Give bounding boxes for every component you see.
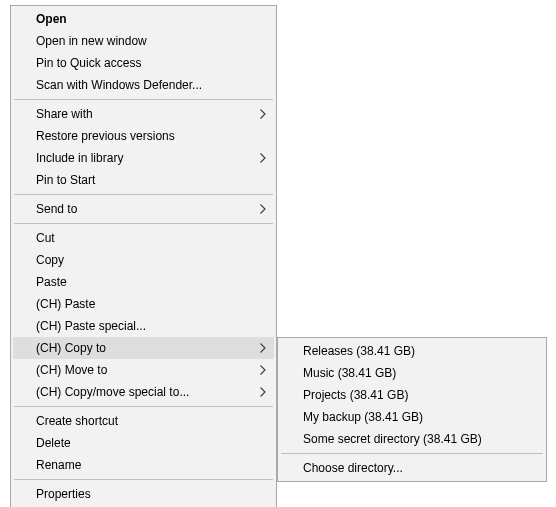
menu-label: (CH) Paste — [36, 297, 266, 311]
menu-label: (CH) Copy/move special to... — [36, 385, 266, 399]
menu-item-ch-copy-move-special[interactable]: (CH) Copy/move special to... — [13, 381, 274, 403]
menu-label: Send to — [36, 202, 266, 216]
menu-label: Copy — [36, 253, 266, 267]
menu-label: (CH) Copy to — [36, 341, 266, 355]
menu-label: Projects (38.41 GB) — [303, 388, 536, 402]
menu-item-scan-defender[interactable]: Scan with Windows Defender... — [13, 74, 274, 96]
menu-item-pin-start[interactable]: Pin to Start — [13, 169, 274, 191]
menu-label: Music (38.41 GB) — [303, 366, 536, 380]
menu-label: Create shortcut — [36, 414, 266, 428]
submenu-arrow-icon — [260, 343, 266, 353]
context-menu: Open Open in new window Pin to Quick acc… — [10, 5, 277, 507]
menu-item-restore-previous[interactable]: Restore previous versions — [13, 125, 274, 147]
menu-item-open-new-window[interactable]: Open in new window — [13, 30, 274, 52]
separator — [14, 223, 273, 224]
menu-label: Rename — [36, 458, 266, 472]
menu-label: Properties — [36, 487, 266, 501]
menu-item-open[interactable]: Open — [13, 8, 274, 30]
menu-item-rename[interactable]: Rename — [13, 454, 274, 476]
separator — [14, 479, 273, 480]
menu-item-ch-paste[interactable]: (CH) Paste — [13, 293, 274, 315]
submenu-item-my-backup[interactable]: My backup (38.41 GB) — [280, 406, 544, 428]
menu-label: Open — [36, 12, 266, 26]
menu-label: Delete — [36, 436, 266, 450]
menu-item-share-with[interactable]: Share with — [13, 103, 274, 125]
menu-item-send-to[interactable]: Send to — [13, 198, 274, 220]
submenu-arrow-icon — [260, 387, 266, 397]
submenu-item-music[interactable]: Music (38.41 GB) — [280, 362, 544, 384]
menu-label: Cut — [36, 231, 266, 245]
submenu-arrow-icon — [260, 204, 266, 214]
submenu-item-choose-directory[interactable]: Choose directory... — [280, 457, 544, 479]
submenu-item-secret-directory[interactable]: Some secret directory (38.41 GB) — [280, 428, 544, 450]
menu-label: Share with — [36, 107, 266, 121]
submenu-arrow-icon — [260, 365, 266, 375]
menu-item-pin-quick-access[interactable]: Pin to Quick access — [13, 52, 274, 74]
submenu-copy-to: Releases (38.41 GB) Music (38.41 GB) Pro… — [277, 337, 547, 482]
menu-label: (CH) Paste special... — [36, 319, 266, 333]
separator — [14, 194, 273, 195]
menu-label: My backup (38.41 GB) — [303, 410, 536, 424]
menu-label: Pin to Start — [36, 173, 266, 187]
menu-item-include-library[interactable]: Include in library — [13, 147, 274, 169]
menu-item-ch-move-to[interactable]: (CH) Move to — [13, 359, 274, 381]
menu-item-cut[interactable]: Cut — [13, 227, 274, 249]
menu-label: Choose directory... — [303, 461, 536, 475]
menu-label: Paste — [36, 275, 266, 289]
submenu-arrow-icon — [260, 109, 266, 119]
menu-item-properties[interactable]: Properties — [13, 483, 274, 505]
separator — [14, 99, 273, 100]
submenu-item-projects[interactable]: Projects (38.41 GB) — [280, 384, 544, 406]
menu-item-ch-paste-special[interactable]: (CH) Paste special... — [13, 315, 274, 337]
submenu-arrow-icon — [260, 153, 266, 163]
menu-label: Scan with Windows Defender... — [36, 78, 266, 92]
menu-item-create-shortcut[interactable]: Create shortcut — [13, 410, 274, 432]
menu-label: Include in library — [36, 151, 266, 165]
menu-item-paste[interactable]: Paste — [13, 271, 274, 293]
menu-label: Open in new window — [36, 34, 266, 48]
separator — [14, 406, 273, 407]
separator — [281, 453, 543, 454]
menu-label: Pin to Quick access — [36, 56, 266, 70]
menu-label: Some secret directory (38.41 GB) — [303, 432, 536, 446]
submenu-item-releases[interactable]: Releases (38.41 GB) — [280, 340, 544, 362]
menu-label: (CH) Move to — [36, 363, 266, 377]
menu-item-delete[interactable]: Delete — [13, 432, 274, 454]
menu-label: Restore previous versions — [36, 129, 266, 143]
menu-item-ch-copy-to[interactable]: (CH) Copy to — [13, 337, 274, 359]
menu-label: Releases (38.41 GB) — [303, 344, 536, 358]
menu-item-copy[interactable]: Copy — [13, 249, 274, 271]
